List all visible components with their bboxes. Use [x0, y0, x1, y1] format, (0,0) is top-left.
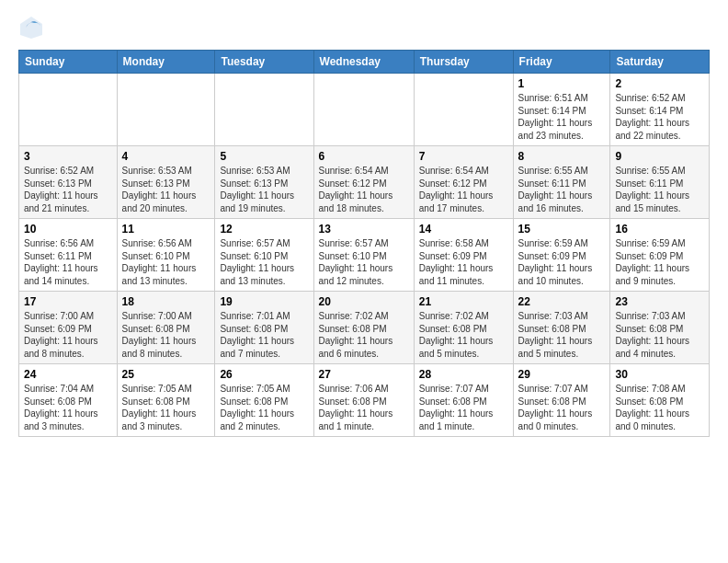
day-cell: 12Sunrise: 6:57 AMSunset: 6:10 PMDayligh… [215, 219, 313, 292]
day-cell [117, 74, 215, 146]
weekday-sunday: Sunday [19, 51, 118, 74]
day-number: 26 [220, 368, 308, 381]
week-row-5: 24Sunrise: 7:04 AMSunset: 6:08 PMDayligh… [19, 364, 710, 437]
logo [18, 15, 46, 40]
day-info: Sunrise: 6:59 AMSunset: 6:09 PMDaylight:… [615, 237, 704, 287]
day-cell: 9Sunrise: 6:55 AMSunset: 6:11 PMDaylight… [610, 146, 710, 219]
day-number: 20 [319, 295, 409, 308]
weekday-thursday: Thursday [414, 51, 513, 74]
day-cell: 23Sunrise: 7:03 AMSunset: 6:08 PMDayligh… [610, 292, 710, 364]
weekday-saturday: Saturday [610, 51, 710, 74]
day-info: Sunrise: 6:58 AMSunset: 6:09 PMDaylight:… [419, 237, 508, 287]
day-cell: 4Sunrise: 6:53 AMSunset: 6:13 PMDaylight… [117, 146, 215, 219]
logo-icon [18, 15, 44, 40]
day-info: Sunrise: 7:05 AMSunset: 6:08 PMDaylight:… [220, 383, 308, 432]
day-cell: 6Sunrise: 6:54 AMSunset: 6:12 PMDaylight… [313, 146, 414, 219]
day-cell: 27Sunrise: 7:06 AMSunset: 6:08 PMDayligh… [313, 364, 414, 437]
day-cell [19, 74, 118, 146]
day-info: Sunrise: 6:55 AMSunset: 6:11 PMDaylight:… [518, 165, 606, 214]
day-info: Sunrise: 6:57 AMSunset: 6:10 PMDaylight:… [220, 237, 308, 287]
day-number: 2 [615, 77, 704, 90]
day-number: 16 [615, 223, 704, 236]
day-info: Sunrise: 6:52 AMSunset: 6:13 PMDaylight:… [24, 165, 112, 214]
weekday-tuesday: Tuesday [215, 51, 313, 74]
week-row-1: 1Sunrise: 6:51 AMSunset: 6:14 PMDaylight… [19, 74, 710, 146]
day-number: 28 [419, 368, 508, 381]
day-info: Sunrise: 7:06 AMSunset: 6:08 PMDaylight:… [319, 383, 409, 432]
day-number: 5 [220, 150, 308, 163]
day-cell: 10Sunrise: 6:56 AMSunset: 6:11 PMDayligh… [19, 219, 118, 292]
day-number: 27 [319, 368, 409, 381]
day-number: 7 [419, 150, 508, 163]
day-info: Sunrise: 7:03 AMSunset: 6:08 PMDaylight:… [518, 310, 606, 360]
day-info: Sunrise: 6:57 AMSunset: 6:10 PMDaylight:… [319, 237, 409, 287]
day-cell: 18Sunrise: 7:00 AMSunset: 6:08 PMDayligh… [117, 292, 215, 364]
day-info: Sunrise: 7:00 AMSunset: 6:08 PMDaylight:… [122, 310, 210, 360]
day-cell: 17Sunrise: 7:00 AMSunset: 6:09 PMDayligh… [19, 292, 118, 364]
day-info: Sunrise: 7:08 AMSunset: 6:08 PMDaylight:… [615, 383, 704, 432]
week-row-4: 17Sunrise: 7:00 AMSunset: 6:09 PMDayligh… [19, 292, 710, 364]
day-number: 22 [518, 295, 606, 308]
day-number: 1 [518, 77, 606, 90]
week-row-2: 3Sunrise: 6:52 AMSunset: 6:13 PMDaylight… [19, 146, 710, 219]
day-number: 10 [24, 223, 112, 236]
day-cell: 14Sunrise: 6:58 AMSunset: 6:09 PMDayligh… [414, 219, 513, 292]
day-cell: 29Sunrise: 7:07 AMSunset: 6:08 PMDayligh… [513, 364, 610, 437]
day-info: Sunrise: 6:56 AMSunset: 6:10 PMDaylight:… [122, 237, 210, 287]
day-number: 25 [122, 368, 210, 381]
calendar-table: SundayMondayTuesdayWednesdayThursdayFrid… [18, 50, 710, 437]
day-cell: 20Sunrise: 7:02 AMSunset: 6:08 PMDayligh… [313, 292, 414, 364]
day-cell: 22Sunrise: 7:03 AMSunset: 6:08 PMDayligh… [513, 292, 610, 364]
day-info: Sunrise: 6:52 AMSunset: 6:14 PMDaylight:… [615, 92, 704, 142]
day-number: 3 [24, 150, 112, 163]
day-info: Sunrise: 7:07 AMSunset: 6:08 PMDaylight:… [419, 383, 508, 432]
day-cell: 25Sunrise: 7:05 AMSunset: 6:08 PMDayligh… [117, 364, 215, 437]
weekday-header-row: SundayMondayTuesdayWednesdayThursdayFrid… [19, 51, 710, 74]
day-number: 30 [615, 368, 704, 381]
day-info: Sunrise: 7:04 AMSunset: 6:08 PMDaylight:… [24, 383, 112, 432]
day-cell [414, 74, 513, 146]
day-info: Sunrise: 6:53 AMSunset: 6:13 PMDaylight:… [122, 165, 210, 214]
day-number: 6 [319, 150, 409, 163]
day-cell: 2Sunrise: 6:52 AMSunset: 6:14 PMDaylight… [610, 74, 710, 146]
day-info: Sunrise: 7:00 AMSunset: 6:09 PMDaylight:… [24, 310, 112, 360]
weekday-friday: Friday [513, 51, 610, 74]
day-info: Sunrise: 6:51 AMSunset: 6:14 PMDaylight:… [518, 92, 606, 142]
day-number: 21 [419, 295, 508, 308]
day-cell: 13Sunrise: 6:57 AMSunset: 6:10 PMDayligh… [313, 219, 414, 292]
weekday-wednesday: Wednesday [313, 51, 414, 74]
day-number: 9 [615, 150, 704, 163]
day-info: Sunrise: 7:05 AMSunset: 6:08 PMDaylight:… [122, 383, 210, 432]
day-cell: 8Sunrise: 6:55 AMSunset: 6:11 PMDaylight… [513, 146, 610, 219]
day-cell: 30Sunrise: 7:08 AMSunset: 6:08 PMDayligh… [610, 364, 710, 437]
day-cell: 28Sunrise: 7:07 AMSunset: 6:08 PMDayligh… [414, 364, 513, 437]
day-cell: 16Sunrise: 6:59 AMSunset: 6:09 PMDayligh… [610, 219, 710, 292]
day-number: 24 [24, 368, 112, 381]
day-cell [313, 74, 414, 146]
day-number: 8 [518, 150, 606, 163]
day-number: 18 [122, 295, 210, 308]
page: SundayMondayTuesdayWednesdayThursdayFrid… [0, 0, 728, 563]
day-info: Sunrise: 6:54 AMSunset: 6:12 PMDaylight:… [419, 165, 508, 214]
day-number: 29 [518, 368, 606, 381]
day-number: 19 [220, 295, 308, 308]
day-number: 13 [319, 223, 409, 236]
svg-marker-0 [20, 17, 42, 39]
day-cell: 19Sunrise: 7:01 AMSunset: 6:08 PMDayligh… [215, 292, 313, 364]
day-number: 17 [24, 295, 112, 308]
day-cell: 26Sunrise: 7:05 AMSunset: 6:08 PMDayligh… [215, 364, 313, 437]
day-info: Sunrise: 6:54 AMSunset: 6:12 PMDaylight:… [319, 165, 409, 214]
day-info: Sunrise: 6:59 AMSunset: 6:09 PMDaylight:… [518, 237, 606, 287]
day-info: Sunrise: 7:01 AMSunset: 6:08 PMDaylight:… [220, 310, 308, 360]
day-cell: 5Sunrise: 6:53 AMSunset: 6:13 PMDaylight… [215, 146, 313, 219]
day-info: Sunrise: 7:07 AMSunset: 6:08 PMDaylight:… [518, 383, 606, 432]
header [18, 15, 710, 40]
day-cell: 11Sunrise: 6:56 AMSunset: 6:10 PMDayligh… [117, 219, 215, 292]
day-info: Sunrise: 7:02 AMSunset: 6:08 PMDaylight:… [419, 310, 508, 360]
day-info: Sunrise: 6:56 AMSunset: 6:11 PMDaylight:… [24, 237, 112, 287]
day-cell [215, 74, 313, 146]
day-cell: 21Sunrise: 7:02 AMSunset: 6:08 PMDayligh… [414, 292, 513, 364]
day-number: 23 [615, 295, 704, 308]
day-number: 15 [518, 223, 606, 236]
day-cell: 3Sunrise: 6:52 AMSunset: 6:13 PMDaylight… [19, 146, 118, 219]
